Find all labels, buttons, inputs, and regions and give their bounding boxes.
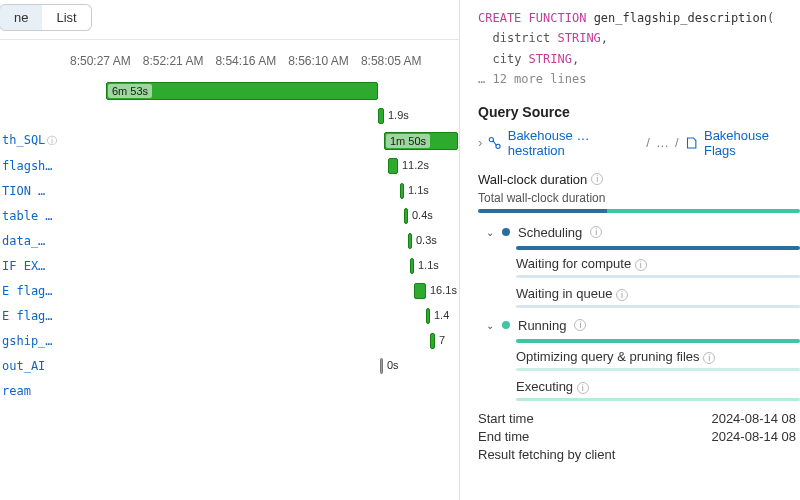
duration-bar[interactable] (430, 333, 435, 349)
sql-keyword: CREATE (478, 11, 521, 25)
info-icon[interactable]: i (577, 382, 589, 394)
view-tabs: neList (0, 0, 459, 40)
task-label[interactable]: TION … (0, 184, 58, 198)
breadcrumb-separator: / (675, 135, 679, 150)
info-icon[interactable]: i (574, 319, 586, 331)
chevron-down-icon[interactable]: ⌄ (486, 227, 494, 238)
gantt-track: 0.4s (58, 206, 459, 226)
tab-timeline[interactable]: ne (0, 4, 43, 31)
task-label[interactable]: th_SQLⓘ (0, 133, 58, 148)
task-label[interactable]: table … (0, 209, 58, 223)
sql-more-lines[interactable]: … 12 more lines (478, 72, 586, 86)
duration-bar[interactable] (378, 108, 384, 124)
time-tick: 8:54:16 AM (215, 54, 276, 68)
bar-duration-text: 11.2s (402, 159, 429, 171)
task-label[interactable]: out_AI (0, 359, 58, 373)
gantt-row[interactable]: TION …1.1s (0, 178, 459, 203)
info-icon[interactable]: i (591, 173, 603, 185)
gantt-row[interactable]: out_AI0s (0, 353, 459, 378)
gantt-track: 1.1s (58, 181, 459, 201)
total-wall-clock-label: Total wall-clock duration (478, 191, 800, 205)
optimizing-bar (516, 368, 800, 371)
running-dot-icon (502, 321, 510, 329)
gantt-track: 1.4 (58, 306, 459, 326)
scheduling-bar (516, 246, 800, 250)
task-label[interactable]: IF EX… (0, 259, 58, 273)
duration-bar[interactable]: 6m 53s (106, 82, 378, 100)
gantt-row[interactable]: 1.9s (0, 103, 459, 128)
tab-list[interactable]: List (42, 4, 91, 31)
chevron-down-icon[interactable]: ⌄ (486, 320, 494, 331)
info-icon[interactable]: i (590, 226, 602, 238)
time-tick: 8:50:27 AM (70, 54, 131, 68)
duration-bar[interactable] (400, 183, 404, 199)
duration-bar[interactable] (414, 283, 426, 299)
running-label: Running (518, 318, 566, 333)
sql-function-name: gen_flagship_description (594, 11, 767, 25)
breadcrumb-link[interactable]: Bakehouse Flags (704, 128, 800, 158)
task-label[interactable]: flagsh… (0, 159, 58, 173)
gantt-chart: 6m 53s1.9sth_SQLⓘ1m 50sflagsh…11.2sTION … (0, 78, 459, 478)
details-panel: CREATE FUNCTION gen_flagship_description… (460, 0, 800, 500)
task-label[interactable]: E flag… (0, 284, 58, 298)
gantt-row[interactable]: gship_…7 (0, 328, 459, 353)
task-label[interactable]: E flag… (0, 309, 58, 323)
scheduling-group: ⌄ Scheduling i Waiting for compute i Wai… (486, 225, 800, 308)
executing-label: Executing (516, 379, 573, 394)
waiting-compute-bar (516, 275, 800, 278)
breadcrumb-ellipsis[interactable]: … (656, 135, 669, 150)
gantt-row[interactable]: data_…0.3s (0, 228, 459, 253)
duration-bar[interactable] (426, 308, 430, 324)
info-icon[interactable]: i (616, 289, 628, 301)
time-axis: 8:50:27 AM 8:52:21 AM 8:54:16 AM 8:56:10… (0, 40, 459, 78)
duration-bar[interactable]: 1m 50s (384, 132, 458, 150)
bar-duration-text: 1.9s (388, 109, 409, 121)
bar-duration-text: 0s (387, 359, 399, 371)
info-icon[interactable]: i (635, 259, 647, 271)
task-label[interactable]: data_… (0, 234, 58, 248)
workflow-icon (488, 136, 501, 150)
gantt-row[interactable]: flagsh…11.2s (0, 153, 459, 178)
scheduling-label: Scheduling (518, 225, 582, 240)
gantt-track: 7 (58, 331, 459, 351)
gantt-row[interactable]: E flag…1.4 (0, 303, 459, 328)
chevron-right-icon[interactable]: › (478, 135, 482, 150)
gantt-track: 1m 50s (58, 131, 459, 151)
gantt-row[interactable]: ream (0, 378, 459, 403)
waiting-queue-label: Waiting in queue (516, 286, 612, 301)
gantt-row[interactable]: E flag…16.1s (0, 278, 459, 303)
duration-bar[interactable] (388, 158, 398, 174)
breadcrumb-separator: / (646, 135, 650, 150)
file-icon (685, 136, 698, 150)
gantt-track: 0.3s (58, 231, 459, 251)
sql-type: STRING (557, 31, 600, 45)
info-icon[interactable]: ⓘ (47, 135, 57, 146)
bar-label: 6m 53s (108, 84, 152, 98)
sql-arg: district (492, 31, 550, 45)
duration-bar[interactable] (408, 233, 412, 249)
breadcrumb-link[interactable]: Bakehouse …hestration (508, 128, 641, 158)
duration-bar[interactable] (410, 258, 414, 274)
bar-label: 1m 50s (386, 134, 430, 148)
duration-bar[interactable] (380, 358, 383, 374)
breadcrumb: › Bakehouse …hestration / … / Bakehouse … (478, 128, 800, 158)
task-label[interactable]: gship_… (0, 334, 58, 348)
task-label[interactable]: ream (0, 384, 58, 398)
waiting-compute-label: Waiting for compute (516, 256, 631, 271)
waiting-queue-bar (516, 305, 800, 308)
gantt-row[interactable]: IF EX…1.1s (0, 253, 459, 278)
bar-duration-text: 1.4 (434, 309, 449, 321)
sql-preview: CREATE FUNCTION gen_flagship_description… (478, 8, 800, 90)
bar-duration-text: 0.4s (412, 209, 433, 221)
gantt-track: 6m 53s (58, 81, 459, 101)
bar-duration-text: 16.1s (430, 284, 457, 296)
gantt-row[interactable]: 6m 53s (0, 78, 459, 103)
running-group: ⌄ Running i Optimizing query & pruning f… (486, 318, 800, 401)
info-icon[interactable]: i (703, 352, 715, 364)
gantt-row[interactable]: th_SQLⓘ1m 50s (0, 128, 459, 153)
duration-bar[interactable] (404, 208, 408, 224)
total-duration-bar (478, 209, 800, 213)
bar-duration-text: 7 (439, 334, 445, 346)
gantt-track: 1.1s (58, 256, 459, 276)
gantt-row[interactable]: table …0.4s (0, 203, 459, 228)
